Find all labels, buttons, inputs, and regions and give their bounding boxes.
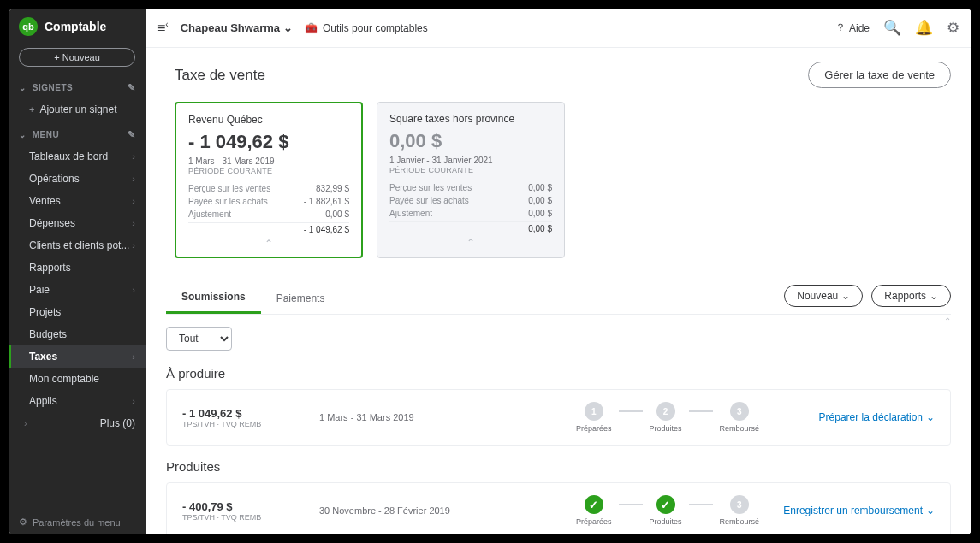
scroll-up-icon[interactable]: ⌃	[944, 316, 951, 326]
page-title: Taxe de vente	[166, 67, 265, 84]
bookmarks-header[interactable]: ⌄ SIGNETS ✎	[9, 77, 146, 98]
chevron-down-icon: ⌄	[841, 290, 850, 302]
qb-logo-icon: qb	[19, 17, 38, 36]
step-filed-icon: ✓	[656, 495, 675, 514]
nav-label: Opérations	[29, 173, 80, 185]
filing-steps: 1Préparées 2Produites 3Remboursé	[576, 402, 759, 433]
chevron-down-icon: ⌄	[926, 505, 935, 516]
row-value: 832,99 $	[316, 182, 349, 195]
nav-apps[interactable]: Applis›	[9, 390, 146, 412]
nav-budgets[interactable]: Budgets	[9, 323, 146, 345]
tax-card-revenu-quebec[interactable]: Revenu Québec - 1 049,62 $ 1 Mars - 31 M…	[175, 102, 363, 258]
chevron-right-icon: ›	[132, 351, 135, 362]
row-label: Payée sur les achats	[389, 194, 469, 207]
menu-settings-label: Paramètres du menu	[33, 517, 121, 528]
filing-steps: ✓Préparées ✓Produites 3Remboursé	[576, 495, 759, 526]
chevron-down-icon: ⌄	[926, 411, 935, 423]
chevron-up-icon[interactable]: ⌃	[188, 238, 349, 250]
card-amount: - 1 049,62 $	[188, 131, 349, 153]
step-filed-icon: 2	[656, 402, 675, 421]
card-period: 1 Mars - 31 Mars 2019	[188, 156, 349, 166]
pencil-icon[interactable]: ✎	[128, 82, 136, 93]
nav-reports[interactable]: Rapports	[9, 257, 146, 279]
card-total: 0,00 $	[389, 221, 552, 233]
nav-label: Clients et clients pot...	[29, 239, 129, 251]
card-period: 1 Janvier - 31 Janvier 2021	[389, 156, 552, 165]
nav-myaccountant[interactable]: Mon comptable	[9, 368, 146, 390]
topbar-right: ？ Aide 🔍 🔔 ⚙	[835, 19, 959, 37]
hamburger-icon[interactable]: ≡‹	[157, 20, 169, 36]
page-header: Taxe de vente Gérer la taxe de vente	[166, 62, 951, 88]
nav-projects[interactable]: Projets	[9, 301, 146, 323]
nav-label: Dépenses	[29, 217, 75, 229]
company-switcher[interactable]: Chapeau Shwarma ⌄	[181, 21, 293, 34]
search-icon[interactable]: 🔍	[883, 19, 901, 37]
tab-submissions[interactable]: Soumissions	[166, 282, 261, 314]
new-dropdown[interactable]: Nouveau⌄	[784, 285, 863, 307]
filing-subtitle: TPS/TVH · TVQ REMB	[182, 513, 319, 522]
row-value: - 1 882,61 $	[304, 195, 349, 208]
tax-card-square[interactable]: Square taxes hors province 0,00 $ 1 Janv…	[377, 102, 565, 258]
nav-label: Plus (0)	[100, 417, 135, 429]
nav-sales[interactable]: Ventes›	[9, 190, 146, 212]
nav-plus[interactable]: ›Plus (0)	[9, 412, 146, 434]
nav-dashboard[interactable]: Tableaux de bord›	[9, 145, 146, 168]
nav-label: Mon comptable	[29, 373, 99, 385]
nav-label: Applis	[29, 395, 57, 407]
menu-settings[interactable]: ⚙ Paramètres du menu	[9, 510, 146, 534]
card-amount: 0,00 $	[389, 130, 552, 152]
add-bookmark[interactable]: + Ajouter un signet	[9, 98, 146, 124]
chevron-up-icon[interactable]: ⌃	[389, 237, 552, 249]
chevron-right-icon: ›	[132, 151, 135, 162]
nav-expenses[interactable]: Dépenses›	[9, 212, 146, 234]
menu-header[interactable]: ⌄ MENU ✎	[9, 124, 146, 145]
topbar: ≡‹ Chapeau Shwarma ⌄ 🧰 Outils pour compt…	[146, 9, 971, 48]
tax-cards: Revenu Québec - 1 049,62 $ 1 Mars - 31 M…	[166, 102, 951, 258]
step-line	[689, 410, 713, 412]
nav-operations[interactable]: Opérations›	[9, 168, 146, 190]
filing-period: 30 Novembre - 28 Février 2019	[319, 505, 576, 516]
nav-label: Projets	[29, 306, 61, 318]
accountant-tools[interactable]: 🧰 Outils pour comptables	[305, 22, 428, 34]
reports-dropdown[interactable]: Rapports⌄	[871, 285, 951, 307]
nav-taxes[interactable]: Taxes›	[9, 345, 146, 368]
sidebar: qb Comptable + Nouveau ⌄ SIGNETS ✎ + Ajo…	[9, 9, 146, 534]
nav-payroll[interactable]: Paie›	[9, 279, 146, 301]
tab-payments[interactable]: Paiements	[261, 284, 341, 313]
main: ≡‹ Chapeau Shwarma ⌄ 🧰 Outils pour compt…	[146, 9, 971, 534]
card-period-label: PÉRIODE COURANTE	[389, 166, 552, 174]
chevron-right-icon: ›	[132, 396, 135, 406]
card-period-label: PÉRIODE COURANTE	[188, 167, 349, 175]
chevron-down-icon: ⌄	[930, 290, 938, 302]
card-row: Ajustement0,00 $	[389, 207, 552, 220]
record-refund-button[interactable]: Enregistrer un remboursement⌄	[783, 505, 935, 516]
brand-name: Comptable	[45, 20, 106, 33]
action-label: Préparer la déclaration	[819, 411, 923, 423]
gear-icon[interactable]: ⚙	[947, 19, 959, 37]
row-label: Payée sur les achats	[188, 195, 268, 208]
card-row: Ajustement0,00 $	[188, 208, 349, 221]
nav-clients[interactable]: Clients et clients pot...›	[9, 234, 146, 257]
card-row: Perçue sur les ventes0,00 $	[389, 181, 552, 194]
bell-icon[interactable]: 🔔	[915, 19, 933, 37]
filing-period: 1 Mars - 31 Mars 2019	[319, 412, 576, 422]
chevron-right-icon: ›	[132, 174, 135, 184]
nav-label: Ventes	[29, 195, 61, 207]
row-value: 0,00 $	[528, 207, 552, 220]
card-total: - 1 049,62 $	[188, 222, 349, 234]
pencil-icon[interactable]: ✎	[128, 129, 136, 140]
filing-left: - 400,79 $ TPS/TVH · TVQ REMB	[182, 500, 319, 522]
chevron-right-icon: ›	[24, 418, 27, 428]
manage-tax-button[interactable]: Gérer la taxe de vente	[808, 62, 951, 88]
prepare-return-button[interactable]: Préparer la déclaration⌄	[819, 411, 935, 423]
nav-label: Budgets	[29, 328, 67, 340]
new-button[interactable]: + Nouveau	[19, 48, 135, 67]
nav-label: Rapports	[29, 262, 71, 274]
action-label: Enregistrer un remboursement	[783, 505, 923, 516]
menu-label: MENU	[33, 130, 59, 139]
logo-row: qb Comptable	[9, 9, 146, 44]
step-refunded-icon: 3	[730, 495, 749, 514]
help-button[interactable]: ？ Aide	[835, 21, 870, 35]
filter-select[interactable]: Tout	[166, 327, 232, 351]
chevron-down-icon: ⌄	[283, 21, 293, 34]
